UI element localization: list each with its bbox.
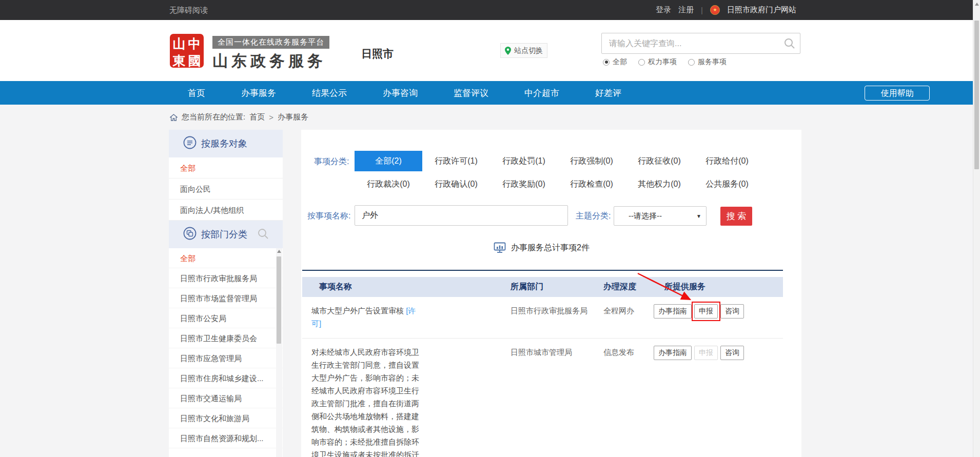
portal-link[interactable]: 日照市政府门户网站 [727,5,796,15]
sidebar-item-日照市公安局[interactable]: 日照市公安局 [169,308,283,328]
result-summary-text: 办事服务总计事项2件 [511,243,590,253]
table-header-row: 事项名称 所属部门 办理深度 所提供服务 [302,277,783,297]
nav-item-首页[interactable]: 首页 [188,87,205,99]
annotation-highlight-box: 申报 [694,304,718,319]
sidebar-section-title: 按部门分类 [201,228,247,241]
action-button-咨询[interactable]: 咨询 [720,346,744,360]
action-button-办事指南[interactable]: 办事指南 [654,304,692,319]
chevron-down-icon: ▼ [696,213,701,219]
site-switch-button[interactable]: 站点切换 [500,43,547,58]
category-tab-全部(2)[interactable]: 全部(2) [355,151,422,171]
category-tab-行政确认(0)[interactable]: 行政确认(0) [422,175,490,193]
sidebar-item-日照市文化和旅游局[interactable]: 日照市文化和旅游局 [169,408,283,428]
action-button-咨询[interactable]: 咨询 [720,304,744,319]
action-button-申报[interactable]: 申报 [694,304,718,319]
breadcrumb-current: 办事服务 [278,112,308,122]
topic-select-value: --请选择-- [629,211,662,221]
item-name-filter-label: 按事项名称: [307,211,350,222]
search-scope-label: 全部 [613,57,627,67]
sidebar-item-日照市交通运输局[interactable]: 日照市交通运输局 [169,388,283,408]
keyword-search-box [601,33,800,54]
topbar: 无障碍阅读 登录 注册 | ★ 日照市政府门户网站 [0,0,980,20]
item-name-text[interactable]: 对未经城市人民政府市容环境卫生行政主管部门同意，擅自设置大型户外广告，影响市容的… [311,346,422,457]
city-name: 日照市 [361,47,394,61]
category-filter-label: 事项分类: [314,156,349,167]
shandong-seal-logo: 山 中 東 國 [170,34,204,68]
nav-item-结果公示[interactable]: 结果公示 [312,87,347,99]
search-scope-label: 服务事项 [698,57,727,67]
nav-item-监督评议[interactable]: 监督评议 [454,87,488,99]
cell-actions: 办事指南申报咨询 [654,304,783,319]
cell-department: 日照市行政审批服务局 [511,304,603,317]
action-button-申报: 申报 [694,346,718,360]
results-table: 事项名称 所属部门 办理深度 所提供服务 城市大型户外广告设置审核 [许可]日照… [302,277,783,457]
category-tab-行政许可(1)[interactable]: 行政许可(1) [422,151,490,171]
sidebar-item-日照市应急管理局[interactable]: 日照市应急管理局 [169,348,283,368]
cell-item-name: 对未经城市人民政府市容环境卫生行政主管部门同意，擅自设置大型户外广告，影响市容的… [302,346,511,457]
column-header-services: 所提供服务 [654,282,783,292]
site-header: 山 中 東 國 全国一体化在线政务服务平台 山东政务服务 日照市 站点切换 全部… [0,20,980,81]
page-scrollbar-up-icon[interactable] [975,3,979,6]
search-scope-radio-全部[interactable]: 全部 [603,57,627,67]
search-scope-radio-权力事项[interactable]: 权力事项 [638,57,677,67]
nav-items: 首页办事服务结果公示办事咨询监督评议中介超市好差评 [188,81,621,105]
category-tab-公共服务(0)[interactable]: 公共服务(0) [693,175,761,193]
keyword-search-input[interactable] [602,33,776,53]
radio-icon[interactable] [638,59,645,66]
search-scope-radio-服务事项[interactable]: 服务事项 [688,57,727,67]
sidebar-item-日照市市场监督管理局[interactable]: 日照市市场监督管理局 [169,288,283,308]
sidebar-scrollbar[interactable] [276,248,282,457]
category-tab-行政给付(0)[interactable]: 行政给付(0) [693,151,761,171]
sidebar-item-日照市自然资源和规划...[interactable]: 日照市自然资源和规划... [169,428,283,448]
login-link[interactable]: 登录 [656,5,671,15]
category-tab-行政强制(0)[interactable]: 行政强制(0) [558,151,625,171]
scrollbar-thumb[interactable] [277,256,281,344]
help-button[interactable]: 使用帮助 [865,86,930,101]
column-header-department: 所属部门 [511,282,603,292]
topbar-right: 登录 注册 | ★ 日照市政府门户网站 [656,0,796,20]
location-pin-icon [505,47,511,55]
nav-item-好差评[interactable]: 好差评 [595,87,621,99]
sidebar-item-日照市卫生健康委员会[interactable]: 日照市卫生健康委员会 [169,328,283,348]
nav-item-办事服务[interactable]: 办事服务 [241,87,276,99]
accessibility-link[interactable]: 无障碍阅读 [169,0,208,20]
sidebar-search-icon[interactable] [257,228,269,242]
search-button[interactable]: 搜 索 [720,207,752,226]
category-tab-行政裁决(0)[interactable]: 行政裁决(0) [355,175,422,193]
category-tab-行政检查(0)[interactable]: 行政检查(0) [558,175,625,193]
sidebar-item-日照市行政审批服务局[interactable]: 日照市行政审批服务局 [169,268,283,288]
category-tab-行政征收(0)[interactable]: 行政征收(0) [625,151,693,171]
page-scrollbar[interactable] [973,0,980,457]
sidebar-item-日照市住房和城乡建设...[interactable]: 日照市住房和城乡建设... [169,368,283,388]
table-row: 对未经城市人民政府市容环境卫生行政主管部门同意，擅自设置大型户外广告，影响市容的… [302,339,783,457]
search-icon[interactable] [783,37,796,50]
topic-select[interactable]: --请选择-- ▼ [614,206,707,226]
item-tag-link[interactable]: [许可] [311,306,416,328]
radio-icon[interactable] [603,59,610,66]
item-name-text[interactable]: 城市大型户外广告设置审核 [许可] [311,304,422,330]
cell-depth: 信息发布 [603,346,654,359]
breadcrumb-separator: > [269,113,273,122]
item-name-input[interactable] [355,205,568,226]
breadcrumb-home-link[interactable]: 首页 [249,112,265,122]
nav-item-办事咨询[interactable]: 办事咨询 [383,87,418,99]
platform-tag: 全国一体化在线政务服务平台 [212,36,329,49]
seal-char: 中 [187,35,202,52]
radio-icon[interactable] [688,59,695,66]
breadcrumb: 您当前所在的位置: 首页 > 办事服务 [170,105,308,130]
action-button-办事指南[interactable]: 办事指南 [654,346,692,360]
sidebar-section-header-按部门分类: 按部门分类 [169,221,283,248]
page-scrollbar-thumb[interactable] [974,21,979,169]
sidebar-item-全部[interactable]: 全部 [169,157,283,178]
scrollbar-up-arrow-icon[interactable] [277,250,281,253]
sidebar-item-面向公民[interactable]: 面向公民 [169,178,283,200]
register-link[interactable]: 注册 [678,5,694,15]
nav-item-中介超市[interactable]: 中介超市 [524,87,559,99]
sidebar-item-面向法人/其他组织[interactable]: 面向法人/其他组织 [169,200,283,221]
category-tab-行政奖励(0)[interactable]: 行政奖励(0) [490,175,558,193]
sidebar-section-header-按服务对象: 按服务对象 [169,130,283,157]
main-panel: 事项分类: 全部(2)行政许可(1)行政处罚(1)行政强制(0)行政征收(0)行… [301,130,801,457]
category-tab-行政处罚(1)[interactable]: 行政处罚(1) [490,151,558,171]
sidebar-item-全部[interactable]: 全部 [169,248,283,268]
category-tab-其他权力(0)[interactable]: 其他权力(0) [625,175,693,193]
